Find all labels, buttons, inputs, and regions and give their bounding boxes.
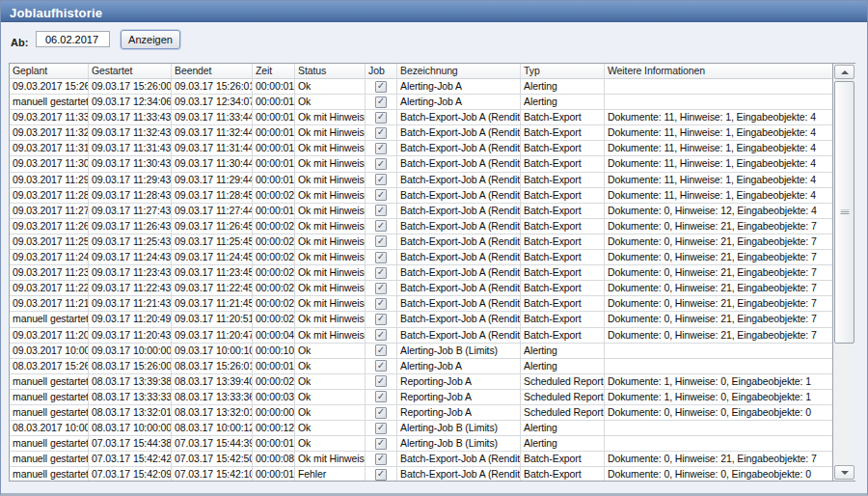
- cell-bezeichnung: Batch-Export-Job A (Rendite): [397, 204, 521, 219]
- job-checkbox[interactable]: ✓: [375, 375, 387, 387]
- show-button[interactable]: Anzeigen: [121, 30, 180, 49]
- table-row[interactable]: manuell gestartet 08.03.17 13:39:38 08.0…: [10, 374, 832, 390]
- table-row[interactable]: manuell gestartet 09.03.17 12:34:06 09.0…: [10, 95, 832, 110]
- cell-typ: Alerting: [521, 359, 605, 374]
- cell-typ: Alerting: [521, 95, 605, 110]
- job-checkbox[interactable]: ✓: [375, 252, 387, 263]
- table-row[interactable]: 08.03.2017 10:00 08.03.17 10:00:00 08.03…: [10, 421, 832, 436]
- cell-beendet: 09.03.17 11:31:44: [172, 141, 253, 156]
- job-checkbox[interactable]: ✓: [375, 454, 387, 465]
- table-row[interactable]: 09.03.2017 10:00 09.03.17 10:00:00 09.03…: [10, 344, 832, 359]
- cell-status: Ok mit Hinweisen: [295, 173, 366, 188]
- job-checkbox[interactable]: ✓: [375, 314, 387, 325]
- table-row[interactable]: 09.03.2017 15:26 09.03.17 15:26:00 09.03…: [10, 79, 832, 95]
- cell-job: ✓: [366, 467, 397, 481]
- column-header-status[interactable]: Status: [295, 64, 366, 78]
- cell-job: ✓: [366, 79, 397, 95]
- job-checkbox[interactable]: ✓: [375, 205, 387, 216]
- cell-gestartet: 08.03.17 15:26:00: [89, 359, 172, 374]
- cell-typ: Batch-Export: [521, 234, 605, 250]
- scroll-up-button[interactable]: [834, 65, 854, 79]
- job-checkbox[interactable]: ✓: [375, 298, 387, 310]
- column-header-job[interactable]: Job: [366, 64, 397, 78]
- table-row[interactable]: 09.03.2017 11:30 09.03.17 11:30:43 09.03…: [10, 156, 832, 172]
- table-row[interactable]: manuell gestartet 07.03.17 15:42:42 07.0…: [10, 452, 832, 467]
- table-row[interactable]: 09.03.2017 11:32 09.03.17 11:32:43 09.03…: [10, 125, 832, 141]
- job-checkbox[interactable]: ✓: [375, 174, 387, 185]
- cell-typ: Batch-Export: [521, 452, 605, 467]
- job-checkbox[interactable]: ✓: [375, 360, 387, 372]
- job-checkbox[interactable]: ✓: [375, 469, 387, 481]
- cell-gestartet: 09.03.17 11:30:43: [89, 156, 172, 172]
- cell-bezeichnung: Alerting-Job A: [397, 79, 521, 95]
- job-checkbox[interactable]: ✓: [375, 127, 387, 139]
- cell-job: ✓: [366, 173, 397, 188]
- cell-status: Ok mit Hinweisen: [295, 125, 366, 141]
- job-checkbox[interactable]: ✓: [375, 407, 387, 419]
- cell-info: Dokumente: 11, Hinweise: 1, Eingabeobjek…: [605, 110, 832, 125]
- cell-job: ✓: [366, 95, 397, 110]
- column-header-geplant[interactable]: Geplant: [10, 64, 89, 78]
- table-row[interactable]: 09.03.2017 11:23 09.03.17 11:23:43 09.03…: [10, 265, 832, 281]
- job-checkbox[interactable]: ✓: [375, 423, 387, 434]
- table-row[interactable]: 09.03.2017 11:27 09.03.17 11:27:43 09.03…: [10, 204, 832, 219]
- date-from-input[interactable]: [36, 31, 110, 47]
- vertical-scrollbar[interactable]: [832, 64, 855, 481]
- job-checkbox[interactable]: ✓: [375, 391, 387, 402]
- job-checkbox[interactable]: ✓: [375, 158, 387, 170]
- table-row[interactable]: 09.03.2017 11:20 09.03.17 11:20:43 09.03…: [10, 328, 832, 344]
- job-checkbox[interactable]: ✓: [375, 220, 387, 232]
- job-checkbox[interactable]: ✓: [375, 96, 387, 108]
- scrollbar-thumb[interactable]: [834, 81, 854, 344]
- table-row[interactable]: 09.03.2017 11:28 09.03.17 11:28:43 09.03…: [10, 188, 832, 204]
- job-checkbox[interactable]: ✓: [375, 344, 387, 356]
- cell-job: ✓: [366, 405, 397, 421]
- table-row[interactable]: 09.03.2017 11:21 09.03.17 11:21:43 09.03…: [10, 296, 832, 312]
- job-checkbox[interactable]: ✓: [375, 81, 387, 93]
- cell-zeit: 00:00:02: [253, 250, 295, 265]
- table-row[interactable]: manuell gestartet 09.03.17 11:20:49 09.0…: [10, 312, 832, 327]
- table-row[interactable]: 09.03.2017 11:25 09.03.17 11:25:43 09.03…: [10, 234, 832, 250]
- table-row[interactable]: 09.03.2017 11:24 09.03.17 11:24:43 09.03…: [10, 250, 832, 265]
- job-checkbox[interactable]: ✓: [375, 112, 387, 124]
- cell-gestartet: 07.03.17 15:42:42: [89, 452, 172, 467]
- cell-zeit: 00:00:02: [253, 234, 295, 250]
- column-header-bezeichnung[interactable]: Bezeichnung: [397, 64, 521, 78]
- cell-beendet: 08.03.17 10:00:12: [172, 421, 253, 436]
- cell-gestartet: 09.03.17 15:26:00: [89, 79, 172, 95]
- job-checkbox[interactable]: ✓: [375, 235, 387, 247]
- column-header-info[interactable]: Weitere Informationen: [605, 64, 832, 78]
- cell-info: [605, 421, 832, 436]
- job-checkbox[interactable]: ✓: [375, 283, 387, 294]
- table-row[interactable]: 09.03.2017 11:26 09.03.17 11:26:43 09.03…: [10, 219, 832, 234]
- scroll-down-button[interactable]: [834, 465, 854, 480]
- cell-job: ✓: [366, 359, 397, 374]
- column-header-typ[interactable]: Typ: [521, 64, 605, 78]
- checkmark-icon: ✓: [377, 236, 385, 246]
- table-row[interactable]: 09.03.2017 11:33 09.03.17 11:33:43 09.03…: [10, 110, 832, 125]
- column-header-zeit[interactable]: Zeit: [253, 64, 295, 78]
- table-row[interactable]: 08.03.2017 15:26 08.03.17 15:26:00 08.03…: [10, 359, 832, 374]
- cell-job: ✓: [366, 436, 397, 452]
- job-checkbox[interactable]: ✓: [375, 438, 387, 450]
- cell-status: Ok mit Hinweisen: [295, 219, 366, 234]
- cell-gestartet: 09.03.17 11:23:43: [89, 265, 172, 281]
- table-row[interactable]: 09.03.2017 11:22 09.03.17 11:22:43 09.03…: [10, 281, 832, 296]
- job-checkbox[interactable]: ✓: [375, 143, 387, 154]
- cell-typ: Alerting: [521, 436, 605, 452]
- cell-beendet: 09.03.17 11:28:45: [172, 188, 253, 204]
- cell-info: Dokumente: 0, Hinweise: 0, Eingabeobjekt…: [605, 405, 832, 421]
- job-checkbox[interactable]: ✓: [375, 329, 387, 341]
- job-checkbox[interactable]: ✓: [375, 267, 387, 279]
- column-header-beendet[interactable]: Beendet: [172, 64, 253, 78]
- table-row[interactable]: manuell gestartet 07.03.17 15:42:09 07.0…: [10, 467, 832, 481]
- job-checkbox[interactable]: ✓: [375, 189, 387, 201]
- cell-gestartet: 07.03.17 15:44:38: [89, 436, 172, 452]
- table-row[interactable]: manuell gestartet 08.03.17 13:33:33 08.0…: [10, 390, 832, 405]
- cell-geplant: 09.03.2017 11:30: [10, 156, 89, 172]
- table-row[interactable]: 09.03.2017 11:31 09.03.17 11:31:43 09.03…: [10, 141, 832, 156]
- table-row[interactable]: manuell gestartet 07.03.17 15:44:38 07.0…: [10, 436, 832, 452]
- table-row[interactable]: 09.03.2017 11:29 09.03.17 11:29:43 09.03…: [10, 173, 832, 188]
- table-row[interactable]: manuell gestartet 08.03.17 13:32:01 08.0…: [10, 405, 832, 421]
- column-header-gestartet[interactable]: Gestartet: [89, 64, 172, 78]
